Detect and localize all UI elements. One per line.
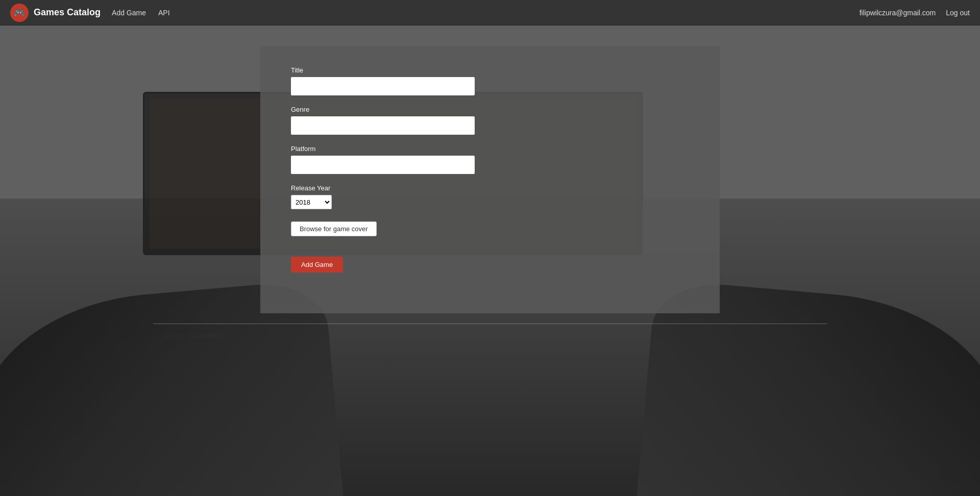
nav-api[interactable]: API (157, 7, 171, 19)
add-game-button[interactable]: Add Game (291, 257, 343, 272)
main-content: Title Genre Platform Release Year 2018 2… (0, 26, 980, 313)
page-wrapper: 🎮 Games Catalog Add Game API filipwilczu… (0, 0, 980, 496)
browse-group: Browse for game cover (291, 219, 689, 246)
brand-link[interactable]: 🎮 Games Catalog (10, 4, 101, 22)
nav-add-game[interactable]: Add Game (111, 7, 147, 19)
platform-label: Platform (291, 145, 689, 153)
genre-input[interactable] (291, 116, 475, 135)
brand-icon: 🎮 (10, 4, 29, 22)
release-year-group: Release Year 2018 2017 2016 2015 2014 20… (291, 184, 689, 209)
genre-label: Genre (291, 106, 689, 113)
title-input[interactable] (291, 77, 475, 95)
release-year-select[interactable]: 2018 2017 2016 2015 2014 2013 2012 2011 … (291, 195, 332, 209)
title-group: Title (291, 66, 689, 95)
genre-group: Genre (291, 106, 689, 135)
platform-group: Platform (291, 145, 689, 174)
platform-input[interactable] (291, 156, 475, 174)
brand-label: Games Catalog (34, 7, 101, 18)
logout-link[interactable]: Log out (946, 9, 970, 17)
browse-button[interactable]: Browse for game cover (291, 221, 377, 236)
navbar-right: filipwilczura@gmail.com Log out (860, 9, 970, 17)
submit-group: Add Game (291, 257, 689, 272)
footer: © 2018 - GameWeb (0, 324, 980, 348)
form-card: Title Genre Platform Release Year 2018 2… (260, 46, 720, 313)
navbar: 🎮 Games Catalog Add Game API filipwilczu… (0, 0, 980, 26)
gamepad-icon: 🎮 (14, 7, 25, 18)
footer-copyright: © 2018 - GameWeb (0, 324, 980, 348)
user-email: filipwilczura@gmail.com (860, 9, 936, 17)
release-year-label: Release Year (291, 184, 689, 192)
main-nav: Add Game API (111, 7, 171, 19)
title-label: Title (291, 66, 689, 74)
